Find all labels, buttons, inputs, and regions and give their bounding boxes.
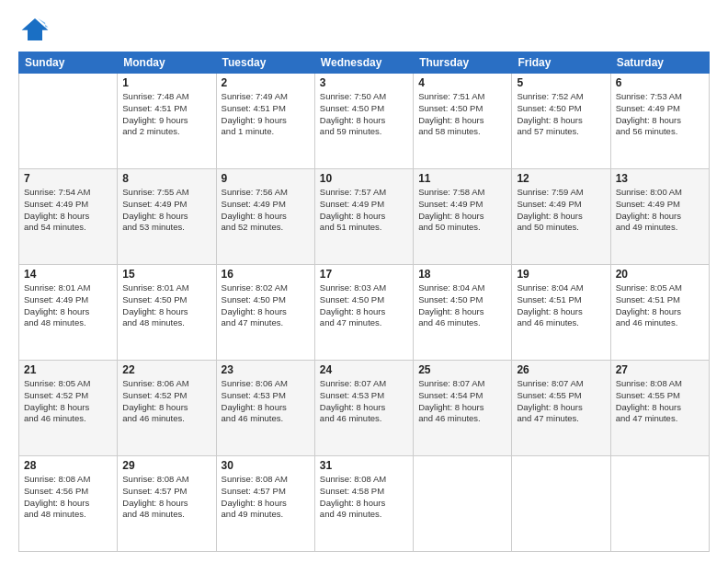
day-info: Sunrise: 8:04 AM Sunset: 4:51 PM Dayligh… <box>517 282 605 329</box>
calendar-cell <box>19 74 118 169</box>
day-info: Sunrise: 8:07 AM Sunset: 4:54 PM Dayligh… <box>418 378 506 425</box>
calendar-week-2: 7Sunrise: 7:54 AM Sunset: 4:49 PM Daylig… <box>19 169 710 265</box>
calendar-cell: 11Sunrise: 7:58 AM Sunset: 4:49 PM Dayli… <box>414 169 512 265</box>
day-info: Sunrise: 7:56 AM Sunset: 4:49 PM Dayligh… <box>222 187 310 234</box>
calendar-cell: 31Sunrise: 8:08 AM Sunset: 4:58 PM Dayli… <box>314 456 413 552</box>
calendar-cell: 6Sunrise: 7:53 AM Sunset: 4:49 PM Daylig… <box>610 74 709 169</box>
calendar-cell: 22Sunrise: 8:06 AM Sunset: 4:52 PM Dayli… <box>118 361 216 456</box>
calendar-cell: 7Sunrise: 7:54 AM Sunset: 4:49 PM Daylig… <box>19 169 118 265</box>
calendar-week-3: 14Sunrise: 8:01 AM Sunset: 4:49 PM Dayli… <box>19 265 710 361</box>
day-number: 18 <box>418 268 506 281</box>
day-number: 29 <box>122 459 210 472</box>
day-info: Sunrise: 8:06 AM Sunset: 4:52 PM Dayligh… <box>122 378 210 425</box>
day-number: 15 <box>122 268 210 281</box>
day-info: Sunrise: 7:55 AM Sunset: 4:49 PM Dayligh… <box>122 187 210 234</box>
day-number: 2 <box>222 76 310 89</box>
calendar-header-row: SundayMondayTuesdayWednesdayThursdayFrid… <box>19 52 710 74</box>
day-info: Sunrise: 8:08 AM Sunset: 4:57 PM Dayligh… <box>122 474 210 521</box>
calendar-cell: 5Sunrise: 7:52 AM Sunset: 4:50 PM Daylig… <box>512 74 610 169</box>
calendar-cell: 19Sunrise: 8:04 AM Sunset: 4:51 PM Dayli… <box>512 265 610 361</box>
day-number: 8 <box>122 172 210 185</box>
calendar-dow-friday: Friday <box>512 52 610 74</box>
day-number: 20 <box>616 268 704 281</box>
day-info: Sunrise: 8:01 AM Sunset: 4:50 PM Dayligh… <box>122 282 210 329</box>
day-number: 24 <box>320 363 408 376</box>
header <box>18 17 710 42</box>
day-number: 6 <box>616 76 704 89</box>
day-number: 11 <box>418 172 506 185</box>
day-number: 25 <box>418 363 506 376</box>
calendar-cell: 27Sunrise: 8:08 AM Sunset: 4:55 PM Dayli… <box>610 361 709 456</box>
day-number: 17 <box>320 268 408 281</box>
day-number: 1 <box>122 76 210 89</box>
calendar-cell <box>512 456 610 552</box>
day-number: 23 <box>222 363 310 376</box>
day-info: Sunrise: 8:08 AM Sunset: 4:58 PM Dayligh… <box>320 474 408 521</box>
day-number: 22 <box>122 363 210 376</box>
day-number: 7 <box>24 172 112 185</box>
calendar-cell: 1Sunrise: 7:48 AM Sunset: 4:51 PM Daylig… <box>118 74 216 169</box>
day-info: Sunrise: 8:02 AM Sunset: 4:50 PM Dayligh… <box>222 282 310 329</box>
calendar-cell: 20Sunrise: 8:05 AM Sunset: 4:51 PM Dayli… <box>610 265 709 361</box>
calendar-cell: 16Sunrise: 8:02 AM Sunset: 4:50 PM Dayli… <box>216 265 314 361</box>
calendar-dow-sunday: Sunday <box>19 52 118 74</box>
day-number: 27 <box>616 363 704 376</box>
day-number: 3 <box>320 76 408 89</box>
day-info: Sunrise: 8:07 AM Sunset: 4:55 PM Dayligh… <box>517 378 605 425</box>
day-info: Sunrise: 7:54 AM Sunset: 4:49 PM Dayligh… <box>24 187 112 234</box>
day-info: Sunrise: 7:50 AM Sunset: 4:50 PM Dayligh… <box>320 91 408 138</box>
day-number: 10 <box>320 172 408 185</box>
day-number: 5 <box>517 76 605 89</box>
day-number: 26 <box>517 363 605 376</box>
page: SundayMondayTuesdayWednesdayThursdayFrid… <box>0 0 728 563</box>
calendar-cell: 2Sunrise: 7:49 AM Sunset: 4:51 PM Daylig… <box>216 74 314 169</box>
calendar-dow-saturday: Saturday <box>610 52 709 74</box>
calendar-cell: 10Sunrise: 7:57 AM Sunset: 4:49 PM Dayli… <box>314 169 413 265</box>
day-number: 9 <box>222 172 310 185</box>
calendar-cell <box>414 456 512 552</box>
calendar-cell: 9Sunrise: 7:56 AM Sunset: 4:49 PM Daylig… <box>216 169 314 265</box>
calendar-cell: 8Sunrise: 7:55 AM Sunset: 4:49 PM Daylig… <box>118 169 216 265</box>
day-info: Sunrise: 8:04 AM Sunset: 4:50 PM Dayligh… <box>418 282 506 329</box>
logo <box>18 17 53 42</box>
day-info: Sunrise: 7:53 AM Sunset: 4:49 PM Dayligh… <box>616 91 704 138</box>
calendar-dow-monday: Monday <box>118 52 216 74</box>
calendar-cell: 13Sunrise: 8:00 AM Sunset: 4:49 PM Dayli… <box>610 169 709 265</box>
calendar-cell: 25Sunrise: 8:07 AM Sunset: 4:54 PM Dayli… <box>414 361 512 456</box>
day-info: Sunrise: 8:08 AM Sunset: 4:55 PM Dayligh… <box>616 378 704 425</box>
calendar-cell: 23Sunrise: 8:06 AM Sunset: 4:53 PM Dayli… <box>216 361 314 456</box>
calendar-cell: 14Sunrise: 8:01 AM Sunset: 4:49 PM Dayli… <box>19 265 118 361</box>
calendar-cell: 30Sunrise: 8:08 AM Sunset: 4:57 PM Dayli… <box>216 456 314 552</box>
day-info: Sunrise: 7:49 AM Sunset: 4:51 PM Dayligh… <box>222 91 310 138</box>
day-number: 16 <box>222 268 310 281</box>
generalblue-icon <box>20 17 50 42</box>
day-number: 19 <box>517 268 605 281</box>
calendar-cell: 28Sunrise: 8:08 AM Sunset: 4:56 PM Dayli… <box>19 456 118 552</box>
day-number: 30 <box>222 459 310 472</box>
day-info: Sunrise: 8:03 AM Sunset: 4:50 PM Dayligh… <box>320 282 408 329</box>
day-number: 31 <box>320 459 408 472</box>
day-number: 12 <box>517 172 605 185</box>
calendar-cell: 21Sunrise: 8:05 AM Sunset: 4:52 PM Dayli… <box>19 361 118 456</box>
calendar-cell <box>610 456 709 552</box>
day-info: Sunrise: 8:08 AM Sunset: 4:56 PM Dayligh… <box>24 474 112 521</box>
calendar-week-1: 1Sunrise: 7:48 AM Sunset: 4:51 PM Daylig… <box>19 74 710 169</box>
day-info: Sunrise: 7:52 AM Sunset: 4:50 PM Dayligh… <box>517 91 605 138</box>
calendar-cell: 15Sunrise: 8:01 AM Sunset: 4:50 PM Dayli… <box>118 265 216 361</box>
day-info: Sunrise: 8:06 AM Sunset: 4:53 PM Dayligh… <box>222 378 310 425</box>
day-info: Sunrise: 7:58 AM Sunset: 4:49 PM Dayligh… <box>418 187 506 234</box>
day-info: Sunrise: 8:08 AM Sunset: 4:57 PM Dayligh… <box>222 474 310 521</box>
calendar-cell: 26Sunrise: 8:07 AM Sunset: 4:55 PM Dayli… <box>512 361 610 456</box>
day-info: Sunrise: 7:59 AM Sunset: 4:49 PM Dayligh… <box>517 187 605 234</box>
calendar-cell: 18Sunrise: 8:04 AM Sunset: 4:50 PM Dayli… <box>414 265 512 361</box>
calendar-dow-wednesday: Wednesday <box>314 52 413 74</box>
calendar-cell: 4Sunrise: 7:51 AM Sunset: 4:50 PM Daylig… <box>414 74 512 169</box>
day-number: 28 <box>24 459 112 472</box>
day-info: Sunrise: 7:57 AM Sunset: 4:49 PM Dayligh… <box>320 187 408 234</box>
calendar-cell: 12Sunrise: 7:59 AM Sunset: 4:49 PM Dayli… <box>512 169 610 265</box>
day-info: Sunrise: 8:05 AM Sunset: 4:51 PM Dayligh… <box>616 282 704 329</box>
day-number: 14 <box>24 268 112 281</box>
day-info: Sunrise: 8:00 AM Sunset: 4:49 PM Dayligh… <box>616 187 704 234</box>
calendar-dow-tuesday: Tuesday <box>216 52 314 74</box>
svg-marker-0 <box>22 18 49 40</box>
